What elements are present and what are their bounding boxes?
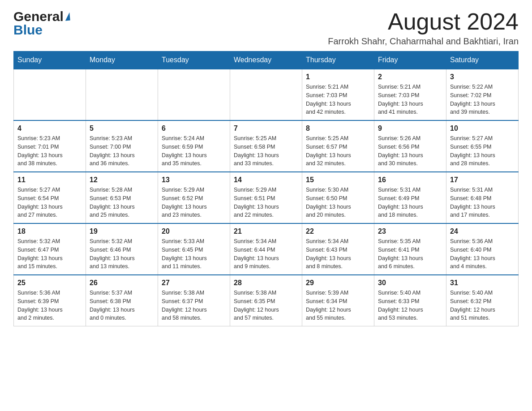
day-number: 24 xyxy=(450,227,515,235)
day-info: Sunrise: 5:27 AM Sunset: 6:54 PM Dayligh… xyxy=(17,186,82,219)
day-info: Sunrise: 5:24 AM Sunset: 6:59 PM Dayligh… xyxy=(162,134,226,168)
calendar-cell: 25Sunrise: 5:36 AM Sunset: 6:39 PM Dayli… xyxy=(14,275,86,326)
day-number: 17 xyxy=(450,176,515,184)
day-info: Sunrise: 5:29 AM Sunset: 6:51 PM Dayligh… xyxy=(234,186,298,219)
calendar-cell: 23Sunrise: 5:35 AM Sunset: 6:41 PM Dayli… xyxy=(374,223,446,275)
header-monday: Monday xyxy=(86,51,158,69)
calendar-cell: 26Sunrise: 5:37 AM Sunset: 6:38 PM Dayli… xyxy=(86,275,158,326)
calendar-cell: 20Sunrise: 5:33 AM Sunset: 6:45 PM Dayli… xyxy=(158,223,230,275)
day-info: Sunrise: 5:32 AM Sunset: 6:47 PM Dayligh… xyxy=(17,237,82,271)
day-info: Sunrise: 5:25 AM Sunset: 6:57 PM Dayligh… xyxy=(306,134,370,168)
day-number: 8 xyxy=(306,124,370,133)
day-info: Sunrise: 5:30 AM Sunset: 6:50 PM Dayligh… xyxy=(306,186,370,219)
calendar-cell xyxy=(158,69,230,120)
day-number: 9 xyxy=(378,124,442,133)
day-number: 2 xyxy=(378,73,442,81)
day-info: Sunrise: 5:23 AM Sunset: 7:01 PM Dayligh… xyxy=(17,134,82,168)
day-number: 22 xyxy=(306,227,370,235)
calendar-week-4: 25Sunrise: 5:36 AM Sunset: 6:39 PM Dayli… xyxy=(14,275,519,326)
header-friday: Friday xyxy=(374,51,446,69)
calendar-table: SundayMondayTuesdayWednesdayThursdayFrid… xyxy=(13,51,519,326)
calendar-cell: 2Sunrise: 5:21 AM Sunset: 7:03 PM Daylig… xyxy=(374,69,446,120)
header-sunday: Sunday xyxy=(14,51,86,69)
calendar-cell: 19Sunrise: 5:32 AM Sunset: 6:46 PM Dayli… xyxy=(86,223,158,275)
day-number: 14 xyxy=(234,176,298,184)
page-subtitle: Farrokh Shahr, Chaharmahal and Bakhtiari… xyxy=(328,36,519,47)
calendar-cell: 1Sunrise: 5:21 AM Sunset: 7:03 PM Daylig… xyxy=(302,69,374,120)
calendar-cell xyxy=(230,69,302,120)
header-thursday: Thursday xyxy=(302,51,374,69)
logo-blue: Blue xyxy=(13,22,43,38)
day-number: 21 xyxy=(234,227,298,235)
day-number: 29 xyxy=(306,279,370,287)
day-number: 7 xyxy=(234,124,298,133)
calendar-week-0: 1Sunrise: 5:21 AM Sunset: 7:03 PM Daylig… xyxy=(14,69,519,120)
calendar-cell: 5Sunrise: 5:23 AM Sunset: 7:00 PM Daylig… xyxy=(86,120,158,172)
day-info: Sunrise: 5:40 AM Sunset: 6:32 PM Dayligh… xyxy=(450,289,515,322)
header-tuesday: Tuesday xyxy=(158,51,230,69)
calendar-cell: 14Sunrise: 5:29 AM Sunset: 6:51 PM Dayli… xyxy=(230,172,302,223)
day-info: Sunrise: 5:36 AM Sunset: 6:40 PM Dayligh… xyxy=(450,237,515,271)
day-info: Sunrise: 5:34 AM Sunset: 6:43 PM Dayligh… xyxy=(306,237,370,271)
calendar-cell: 13Sunrise: 5:29 AM Sunset: 6:52 PM Dayli… xyxy=(158,172,230,223)
day-number: 3 xyxy=(450,73,515,81)
day-info: Sunrise: 5:38 AM Sunset: 6:37 PM Dayligh… xyxy=(162,289,226,322)
calendar-cell: 15Sunrise: 5:30 AM Sunset: 6:50 PM Dayli… xyxy=(302,172,374,223)
calendar-cell: 28Sunrise: 5:38 AM Sunset: 6:35 PM Dayli… xyxy=(230,275,302,326)
day-info: Sunrise: 5:31 AM Sunset: 6:49 PM Dayligh… xyxy=(378,186,442,219)
day-info: Sunrise: 5:31 AM Sunset: 6:48 PM Dayligh… xyxy=(450,186,515,219)
day-info: Sunrise: 5:25 AM Sunset: 6:58 PM Dayligh… xyxy=(234,134,298,168)
day-info: Sunrise: 5:21 AM Sunset: 7:03 PM Dayligh… xyxy=(306,83,370,116)
calendar-cell: 31Sunrise: 5:40 AM Sunset: 6:32 PM Dayli… xyxy=(446,275,519,326)
day-number: 11 xyxy=(17,176,82,184)
calendar-cell: 10Sunrise: 5:27 AM Sunset: 6:55 PM Dayli… xyxy=(446,120,519,172)
day-number: 19 xyxy=(90,227,154,235)
calendar-cell: 7Sunrise: 5:25 AM Sunset: 6:58 PM Daylig… xyxy=(230,120,302,172)
day-number: 26 xyxy=(90,279,154,287)
calendar-body: 1Sunrise: 5:21 AM Sunset: 7:03 PM Daylig… xyxy=(14,69,519,326)
calendar-week-2: 11Sunrise: 5:27 AM Sunset: 6:54 PM Dayli… xyxy=(14,172,519,223)
day-info: Sunrise: 5:34 AM Sunset: 6:44 PM Dayligh… xyxy=(234,237,298,271)
day-info: Sunrise: 5:21 AM Sunset: 7:03 PM Dayligh… xyxy=(378,83,442,116)
calendar-cell: 11Sunrise: 5:27 AM Sunset: 6:54 PM Dayli… xyxy=(14,172,86,223)
calendar-week-3: 18Sunrise: 5:32 AM Sunset: 6:47 PM Dayli… xyxy=(14,223,519,275)
day-number: 4 xyxy=(17,124,82,133)
day-number: 18 xyxy=(17,227,82,235)
day-number: 10 xyxy=(450,124,515,133)
logo: General Blue xyxy=(13,9,70,38)
header-wednesday: Wednesday xyxy=(230,51,302,69)
header-saturday: Saturday xyxy=(446,51,519,69)
logo-general: General xyxy=(13,9,64,24)
day-number: 23 xyxy=(378,227,442,235)
day-number: 20 xyxy=(162,227,226,235)
calendar-cell: 6Sunrise: 5:24 AM Sunset: 6:59 PM Daylig… xyxy=(158,120,230,172)
day-number: 15 xyxy=(306,176,370,184)
day-info: Sunrise: 5:38 AM Sunset: 6:35 PM Dayligh… xyxy=(234,289,298,322)
day-number: 28 xyxy=(234,279,298,287)
logo-triangle-icon xyxy=(64,13,70,21)
day-number: 16 xyxy=(378,176,442,184)
day-info: Sunrise: 5:33 AM Sunset: 6:45 PM Dayligh… xyxy=(162,237,226,271)
calendar-cell: 8Sunrise: 5:25 AM Sunset: 6:57 PM Daylig… xyxy=(302,120,374,172)
day-info: Sunrise: 5:35 AM Sunset: 6:41 PM Dayligh… xyxy=(378,237,442,271)
day-info: Sunrise: 5:29 AM Sunset: 6:52 PM Dayligh… xyxy=(162,186,226,219)
calendar-cell xyxy=(86,69,158,120)
calendar-cell: 24Sunrise: 5:36 AM Sunset: 6:40 PM Dayli… xyxy=(446,223,519,275)
calendar-cell: 27Sunrise: 5:38 AM Sunset: 6:37 PM Dayli… xyxy=(158,275,230,326)
day-info: Sunrise: 5:32 AM Sunset: 6:46 PM Dayligh… xyxy=(90,237,154,271)
calendar-week-1: 4Sunrise: 5:23 AM Sunset: 7:01 PM Daylig… xyxy=(14,120,519,172)
day-number: 12 xyxy=(90,176,154,184)
day-number: 31 xyxy=(450,279,515,287)
day-info: Sunrise: 5:28 AM Sunset: 6:53 PM Dayligh… xyxy=(90,186,154,219)
day-number: 1 xyxy=(306,73,370,81)
day-info: Sunrise: 5:40 AM Sunset: 6:33 PM Dayligh… xyxy=(378,289,442,322)
calendar-cell: 12Sunrise: 5:28 AM Sunset: 6:53 PM Dayli… xyxy=(86,172,158,223)
page-header: General Blue August 2024 Farrokh Shahr, … xyxy=(13,9,519,47)
day-number: 6 xyxy=(162,124,226,133)
day-info: Sunrise: 5:36 AM Sunset: 6:39 PM Dayligh… xyxy=(17,289,82,322)
calendar-header: SundayMondayTuesdayWednesdayThursdayFrid… xyxy=(14,51,519,69)
calendar-cell: 29Sunrise: 5:39 AM Sunset: 6:34 PM Dayli… xyxy=(302,275,374,326)
day-number: 25 xyxy=(17,279,82,287)
day-number: 13 xyxy=(162,176,226,184)
day-info: Sunrise: 5:22 AM Sunset: 7:02 PM Dayligh… xyxy=(450,83,515,116)
